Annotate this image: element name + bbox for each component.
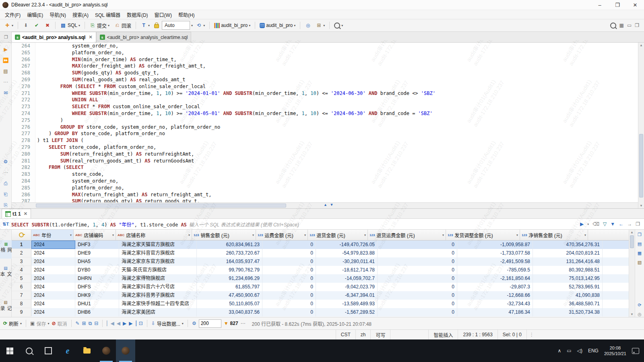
code-line[interactable]: 287 SUM(return_goods_qty) AS return_good… — [12, 198, 638, 202]
quick-search-icon[interactable] — [610, 23, 616, 29]
taskbar-search-button[interactable] — [19, 339, 39, 362]
cell[interactable]: -32,734.43 — [457, 300, 533, 308]
code-line[interactable]: 275 ) — [12, 117, 638, 124]
grid-settings-gear-icon[interactable]: ⚙ — [192, 321, 196, 326]
menu-item[interactable]: 数据库(D) — [124, 10, 151, 19]
cell[interactable]: 0 — [378, 266, 457, 274]
execute-script-button[interactable]: ✔ — [32, 21, 41, 29]
menu-item[interactable]: 窗口(W) — [151, 10, 175, 19]
panel-value-icon[interactable]: ▤ — [638, 241, 642, 247]
cell[interactable]: -1,567,289.52 — [316, 308, 378, 317]
filter-input[interactable]: 输入一个 SQL 表达式来过滤结果 (使用 Ctrl+Space) — [189, 221, 578, 228]
minimize-button[interactable]: – — [591, 0, 609, 10]
last-row-button[interactable]: ▶▕ — [129, 321, 136, 326]
metadata-panel-icon[interactable]: ▧ — [638, 260, 642, 265]
cell[interactable]: DHFS — [75, 283, 119, 291]
column-header[interactable]: 123销售金额 (元)▾ — [192, 230, 256, 240]
code-line[interactable]: 264 system_order_no, — [12, 43, 638, 49]
dbeaver-taskbar-button[interactable] — [97, 339, 116, 362]
close-tab-icon[interactable]: ✕ — [24, 211, 27, 216]
edit-row-button[interactable]: ✎ — [76, 321, 80, 326]
cell[interactable]: 2024 — [31, 283, 75, 291]
execute-script-icon[interactable]: ⏩ — [2, 57, 9, 64]
save-script-icon[interactable]: ⎘ — [2, 202, 9, 208]
table-row[interactable]: 82024DHU1海澜之家快手恒越二十四专卖店50,110,805.070-13… — [12, 300, 629, 308]
open-perspective-icon[interactable]: ▦ — [619, 23, 624, 28]
next-row-button[interactable]: ▶ — [123, 321, 126, 326]
code-line[interactable]: 282 FROM (SELECT — [12, 164, 638, 171]
new-sql-editor-button[interactable]: ✚▾ — [2, 21, 15, 29]
column-header[interactable]: 123退货金额 (元)▾ — [308, 230, 368, 240]
column-filter-icon[interactable]: ▾ — [112, 233, 114, 237]
script-manage-icon[interactable]: ⋯ — [2, 78, 9, 85]
code-line[interactable]: 277 ) GROUP BY store_code, platform_orde… — [12, 130, 638, 137]
table-row[interactable]: 92024DHB6海澜之家美团店33,040,837.560-1,567,289… — [12, 308, 629, 317]
cell[interactable]: 2024 — [31, 249, 75, 257]
cell[interactable]: 0 — [262, 291, 316, 300]
rollback-button[interactable]: ⎌回滚 — [112, 21, 133, 30]
cell[interactable]: DHRN — [75, 274, 119, 283]
restore-panel-icon[interactable]: ❐ — [1, 35, 11, 40]
column-filter-icon[interactable]: ▾ — [442, 233, 444, 237]
cell[interactable]: 0 — [262, 308, 316, 317]
row-number[interactable]: 4 — [12, 266, 31, 274]
cell[interactable]: DHE9 — [75, 249, 119, 257]
table-row[interactable]: 72024DHK9海澜之家抖音男子旗舰店47,450,900.670-6,347… — [12, 291, 629, 300]
transaction-lock-button[interactable] — [153, 22, 161, 29]
forward-arrow-icon[interactable]: → — [627, 221, 632, 227]
abort-button[interactable]: ✖ — [43, 21, 52, 29]
pin-panel-icon[interactable]: ◎ — [638, 312, 642, 317]
cell[interactable]: 36,488,580.71 — [533, 300, 603, 308]
cell[interactable]: 80,392,988.51 — [533, 266, 603, 274]
column-filter-icon[interactable]: ▾ — [70, 233, 72, 237]
transaction-log-button[interactable]: ⟲▾ — [194, 21, 206, 29]
cell[interactable]: -30,280,011.41 — [316, 257, 378, 266]
status-overflow-icon[interactable]: ⋮ — [529, 332, 534, 337]
row-number[interactable]: 6 — [12, 283, 31, 291]
cell[interactable]: -2,161,850.64 — [457, 274, 533, 283]
code-line[interactable]: 285 platform_order_no, — [12, 185, 638, 191]
dbeaver-taskbar-button-active[interactable] — [116, 339, 135, 362]
menu-item[interactable]: 帮助(H) — [175, 10, 198, 19]
input-language-indicator[interactable]: ENG — [588, 348, 599, 354]
task-view-button[interactable] — [39, 339, 58, 362]
search-dropdown[interactable]: ▾ — [332, 22, 345, 29]
table-row[interactable]: 32024DHA5海澜之家京东官方旗舰店164,035,937.470-30,2… — [12, 257, 629, 266]
cell[interactable]: 91,234,696.29 — [197, 274, 262, 283]
cell[interactable]: 41,090,838 — [533, 291, 603, 300]
cell[interactable]: 204,020,819.21 — [533, 249, 603, 257]
cell[interactable]: 33,040,837.56 — [197, 308, 262, 317]
sql-filter-icon[interactable]: ⇅T — [2, 222, 9, 227]
cell[interactable]: -18,612,714.78 — [316, 266, 378, 274]
panel-collapse-arrows-icon[interactable]: ▲ ▼ — [324, 203, 334, 207]
cell[interactable]: 海澜之家京东官方旗舰店 — [119, 257, 197, 266]
cell[interactable]: 131,264,416.48 — [533, 257, 603, 266]
scrollbar-thumb[interactable] — [630, 235, 634, 248]
display-tray-icon[interactable]: ▭ — [567, 348, 571, 354]
cell[interactable]: 天猫-英氏官方旗舰店 — [119, 266, 197, 274]
code-line[interactable]: 278) t1 LEFT JOIN ( — [12, 137, 638, 144]
code-area[interactable]: 264 system_order_no,265 platform_order_n… — [12, 43, 638, 202]
taskbar-clock[interactable]: 20:08 2025/10/21 — [604, 345, 626, 356]
row-number[interactable]: 2 — [12, 249, 31, 257]
scroll-down-icon[interactable]: ▼ — [638, 204, 644, 208]
code-line[interactable]: 284 system_order_no, — [12, 178, 638, 185]
menu-item[interactable]: SQL 编辑器 — [92, 10, 124, 19]
close-tab-icon[interactable]: ✕ — [89, 35, 92, 40]
cell[interactable]: 0 — [262, 300, 316, 308]
row-number[interactable]: 1 — [12, 241, 31, 249]
cell[interactable]: 2024 — [31, 300, 75, 308]
column-filter-icon[interactable]: ▾ — [304, 233, 306, 237]
back-arrow-icon[interactable]: ← — [619, 221, 623, 227]
cell[interactable]: 47,450,900.67 — [197, 291, 262, 300]
file-explorer-button[interactable] — [77, 339, 97, 362]
scrollbar-thumb[interactable] — [639, 134, 643, 198]
calc-panel-icon[interactable]: ▦ — [638, 251, 642, 256]
cell[interactable]: 0 — [378, 300, 457, 308]
table-row[interactable]: 62024DHFS海澜之家抖音六十六号店61,855,7970-9,042,02… — [12, 283, 629, 291]
code-line[interactable]: 268 SUM(goods_qty) AS goods_qty_t, — [12, 70, 638, 76]
cell[interactable]: 0 — [378, 241, 457, 249]
column-header[interactable]: ABC年份▾ — [31, 230, 74, 240]
scroll-up-icon[interactable]: ▲ — [629, 230, 635, 234]
filter-query-text[interactable]: SELECT SUBSTR(t1.orderTime, 1, 4) AS "年份… — [11, 221, 187, 228]
